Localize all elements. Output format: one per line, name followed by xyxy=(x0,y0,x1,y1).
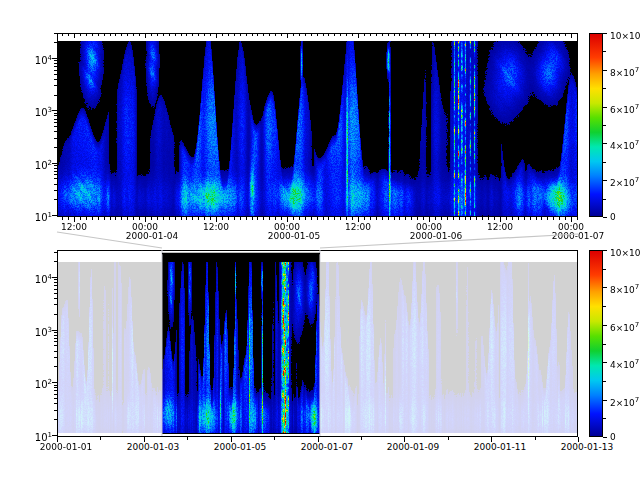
y-tick-label: 101 xyxy=(10,209,52,224)
x-minor-tick-inner xyxy=(465,34,466,36)
x-minor-tick xyxy=(299,217,300,220)
y-minor-tick xyxy=(54,252,57,253)
colorbar-tick-label: 8×107 xyxy=(610,282,639,296)
x-minor-tick-inner xyxy=(169,34,170,36)
x-minor-tick-inner xyxy=(62,34,63,36)
y-minor-tick xyxy=(54,184,57,185)
x-minor-tick xyxy=(293,217,294,220)
y-major-tick xyxy=(52,277,57,278)
x-minor-tick xyxy=(559,217,560,220)
y-minor-tick xyxy=(54,351,57,352)
x-minor-tick xyxy=(228,217,229,220)
x-minor-tick xyxy=(536,217,537,220)
colorbar-minor-tick xyxy=(603,199,606,200)
x-minor-tick xyxy=(328,217,329,220)
x-minor-tick xyxy=(275,217,276,220)
x-minor-tick xyxy=(181,217,182,220)
x-minor-tick-inner xyxy=(536,34,537,36)
x-minor-tick xyxy=(541,217,542,220)
x-minor-tick xyxy=(417,217,418,220)
exponent: 2 xyxy=(48,159,52,167)
x-minor-tick-inner xyxy=(559,34,560,36)
x-minor-tick xyxy=(346,217,347,220)
y-minor-tick xyxy=(54,79,57,80)
x-minor-tick-inner xyxy=(530,34,531,36)
x-minor-tick xyxy=(448,437,449,440)
y-tick-label: 103 xyxy=(10,324,52,339)
y-minor-tick xyxy=(54,66,57,67)
exponent: 7 xyxy=(635,139,639,147)
y-minor-tick xyxy=(54,126,57,127)
x-minor-tick-inner xyxy=(565,34,566,36)
colorbar-major-tick xyxy=(603,143,607,144)
colorbar-major-tick xyxy=(603,33,607,34)
x-minor-tick xyxy=(269,217,270,220)
colorbar-minor-tick xyxy=(603,51,606,52)
x-minor-tick-inner xyxy=(328,34,329,36)
x-minor-tick xyxy=(512,217,513,220)
top-colorbar-gradient xyxy=(590,34,602,216)
x-minor-tick-inner xyxy=(234,34,235,36)
x-minor-tick xyxy=(187,437,188,440)
x-minor-tick-inner xyxy=(494,34,495,36)
x-minor-tick xyxy=(352,217,353,220)
x-minor-tick-inner xyxy=(92,34,93,36)
y-minor-tick xyxy=(54,33,57,34)
y-minor-tick xyxy=(54,332,57,333)
x-tick-date-label: 2000-01-07 xyxy=(552,231,604,241)
colorbar-tick-label: 8×107 xyxy=(610,65,639,79)
y-minor-tick xyxy=(54,85,57,86)
y-minor-tick xyxy=(54,282,57,283)
x-minor-tick xyxy=(382,217,383,220)
x-minor-tick-inner xyxy=(133,34,134,36)
x-minor-tick xyxy=(317,217,318,220)
x-minor-tick-inner xyxy=(110,34,111,36)
x-minor-tick-inner xyxy=(139,34,140,36)
x-minor-tick-inner xyxy=(192,34,193,36)
x-minor-tick-inner xyxy=(323,34,324,36)
x-minor-tick-inner xyxy=(175,34,176,36)
x-minor-tick-inner xyxy=(317,34,318,36)
colorbar-minor-tick xyxy=(603,344,606,345)
x-minor-tick xyxy=(553,217,554,220)
x-tick-date-label: 2000-01-09 xyxy=(387,442,439,452)
x-minor-tick xyxy=(274,437,275,440)
x-tick-date-label: 2000-01-13 xyxy=(561,442,613,452)
y-minor-tick xyxy=(54,357,57,358)
top-spectrogram-canvas[interactable] xyxy=(58,34,577,216)
x-tick-date-label: 2000-01-06 xyxy=(410,231,462,241)
y-minor-tick xyxy=(54,138,57,139)
y-minor-tick xyxy=(54,335,57,336)
x-minor-tick-inner xyxy=(488,34,489,36)
x-minor-tick xyxy=(62,217,63,220)
x-major-tick-inner xyxy=(358,34,359,38)
x-minor-tick-inner xyxy=(417,34,418,36)
y-minor-tick xyxy=(54,261,57,262)
x-minor-tick xyxy=(447,217,448,220)
y-minor-tick xyxy=(54,341,57,342)
y-minor-tick xyxy=(54,42,57,43)
x-minor-tick-inner xyxy=(470,34,471,36)
x-minor-tick-inner xyxy=(293,34,294,36)
y-minor-tick xyxy=(54,131,57,132)
colorbar-minor-tick xyxy=(603,306,606,307)
bottom-spectrogram-canvas[interactable] xyxy=(58,251,577,436)
x-minor-tick xyxy=(252,217,253,220)
colorbar-major-tick xyxy=(603,362,607,363)
x-minor-tick xyxy=(257,217,258,220)
colorbar-tick-label: 4×107 xyxy=(610,357,639,371)
x-minor-tick-inner xyxy=(524,34,525,36)
x-minor-tick-inner xyxy=(269,34,270,36)
x-minor-tick xyxy=(246,217,247,220)
x-minor-tick xyxy=(139,217,140,220)
y-tick-label: 101 xyxy=(10,429,52,444)
colorbar-major-tick xyxy=(603,437,607,438)
y-minor-tick xyxy=(54,338,57,339)
x-minor-tick xyxy=(198,217,199,220)
colorbar-major-tick xyxy=(603,400,607,401)
y-minor-tick xyxy=(54,171,57,172)
x-minor-tick xyxy=(435,217,436,220)
exponent: 7 xyxy=(635,103,639,111)
x-minor-tick-inner xyxy=(115,34,116,36)
x-major-tick-inner xyxy=(571,34,572,38)
